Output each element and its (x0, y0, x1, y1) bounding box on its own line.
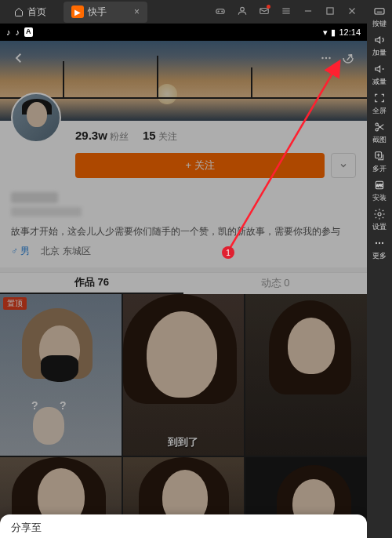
share-icon (341, 51, 355, 65)
svg-point-3 (241, 7, 245, 11)
gender-tag: ♂ 男 (11, 245, 30, 258)
tool-fullscreen[interactable]: 全屏 (368, 92, 390, 116)
tool-voldown[interactable]: 减量 (368, 63, 390, 87)
svg-rect-0 (216, 9, 225, 13)
share-sheet[interactable]: 分享至 (0, 514, 367, 538)
multi-icon (373, 150, 386, 162)
svg-point-18 (379, 242, 380, 244)
userid-redacted (11, 207, 82, 216)
fans-stat[interactable]: 29.3w粉丝 (75, 129, 129, 144)
dots-horizontal-icon (373, 237, 386, 249)
tab-kuaishou[interactable]: ▶ 快手 × (64, 2, 147, 23)
svg-point-16 (378, 213, 381, 216)
volume-down-icon (373, 63, 386, 75)
kuaishou-icon: ▶ (71, 5, 84, 18)
following-stat[interactable]: 15关注 (143, 129, 177, 144)
share-button[interactable] (337, 47, 359, 69)
minimize-icon[interactable] (303, 5, 314, 16)
content-tabs: 作品 76 动态 0 (0, 272, 367, 294)
tab-moments[interactable]: 动态 0 (183, 273, 367, 294)
tool-keyboard[interactable]: 按键 (368, 5, 390, 29)
follow-button[interactable]: + 关注 (75, 153, 325, 178)
share-sheet-title: 分享至 (11, 522, 42, 533)
tab-home[interactable]: 首页 (0, 5, 60, 19)
svg-point-11 (376, 123, 378, 125)
close-window-icon[interactable] (347, 5, 358, 16)
svg-point-6 (321, 57, 323, 59)
bio-text: 故事才开始，这会儿人少需要你们随手的一个赞，凯的新故事，需要你我的参与 (11, 224, 356, 238)
status-time: 12:14 (339, 27, 361, 37)
username-redacted (11, 192, 58, 203)
home-icon (14, 7, 24, 16)
tool-multiopen[interactable]: 多开 (368, 150, 390, 174)
profile-header: 29.3w粉丝 15关注 + 关注 (0, 121, 367, 187)
emulator-toolbar: 按键 加量 减量 全屏 截图 多开 APK安装 设置 更多 (367, 0, 392, 538)
tool-settings[interactable]: 设置 (368, 208, 390, 232)
maximize-icon[interactable] (325, 5, 336, 16)
video-thumb-1[interactable]: 置顶 ?? (0, 294, 122, 456)
chevron-down-icon (339, 161, 348, 170)
app-indicator-2: ♪ (16, 27, 20, 37)
annotation-marker: 1 (222, 246, 234, 259)
volume-up-icon (373, 34, 386, 46)
tab-home-label: 首页 (27, 5, 46, 19)
svg-text:APK: APK (376, 184, 383, 187)
battery-icon: ▮ (331, 27, 336, 38)
video-grid: 置顶 ?? 到到了 (0, 294, 367, 538)
menu-icon[interactable] (281, 5, 292, 16)
android-status-bar: ♪ ♪ A ▾ ▮ 12:14 (0, 24, 367, 41)
svg-rect-10 (375, 9, 384, 14)
location-tag: 北京 东城区 (41, 245, 90, 258)
dots-icon (319, 51, 333, 65)
tool-more[interactable]: 更多 (368, 237, 390, 261)
gear-icon (373, 208, 386, 220)
tool-screenshot[interactable]: 截图 (368, 121, 390, 145)
app-indicator-icon: ♪ (6, 27, 11, 37)
apk-icon: APK (373, 179, 386, 191)
svg-point-17 (376, 242, 377, 244)
profile-info: 故事才开始，这会儿人少需要你们随手的一个赞，凯的新故事，需要你我的参与 ♂ 男 … (0, 187, 367, 267)
app-indicator-3: A (24, 27, 33, 37)
wifi-icon: ▾ (323, 27, 328, 38)
video-caption: 到到了 (168, 435, 198, 449)
pinned-badge: 置顶 (3, 297, 27, 310)
tab-works[interactable]: 作品 76 (0, 273, 183, 294)
scissors-icon (373, 121, 386, 133)
svg-point-12 (376, 129, 378, 131)
svg-point-1 (218, 11, 219, 12)
svg-point-7 (325, 57, 327, 59)
back-button[interactable] (8, 47, 30, 69)
tab-kuaishou-label: 快手 (88, 5, 107, 19)
svg-point-2 (222, 11, 223, 12)
expand-button[interactable] (331, 153, 356, 178)
svg-point-19 (382, 242, 383, 244)
mail-icon[interactable] (259, 5, 270, 19)
emulator-main: 首页 ▶ 快手 × ♪ ♪ A ▾ ▮ 12:14 (0, 0, 367, 538)
tab-close-button[interactable]: × (134, 6, 140, 17)
gamepad-icon[interactable] (215, 5, 226, 16)
keyboard-icon (373, 5, 386, 17)
svg-rect-5 (327, 7, 333, 13)
more-button[interactable] (315, 47, 337, 69)
chevron-left-icon (12, 51, 26, 65)
svg-point-8 (328, 57, 330, 59)
fullscreen-icon (373, 92, 386, 104)
avatar[interactable] (11, 93, 61, 143)
app-content: 29.3w粉丝 15关注 + 关注 故事才开始，这会儿人少需要你们随手的一个赞，… (0, 41, 367, 538)
video-thumb-2[interactable]: 到到了 (123, 294, 245, 456)
tool-volup[interactable]: 加量 (368, 34, 390, 58)
video-thumb-3[interactable] (245, 294, 367, 456)
window-titlebar: 首页 ▶ 快手 × (0, 0, 367, 24)
user-icon[interactable] (237, 5, 248, 16)
tool-install[interactable]: APK安装 (368, 179, 390, 203)
